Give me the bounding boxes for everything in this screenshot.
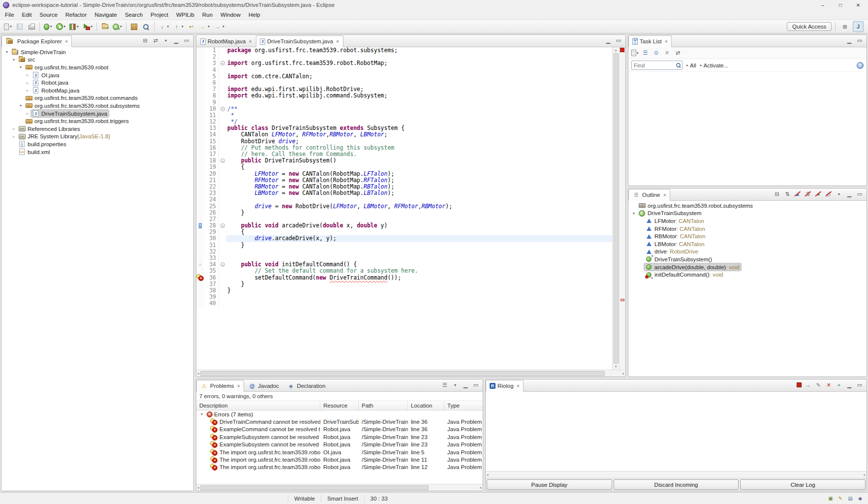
editor-vertical-scrollbar[interactable]: ▴ ▾ [612, 47, 619, 370]
menu-window[interactable]: Window [217, 11, 245, 19]
status-tray-icon-4[interactable]: ◆ [856, 495, 864, 503]
link-with-editor-button[interactable]: ⇄ [673, 48, 683, 58]
expand-arrow-icon[interactable]: ▹ [24, 88, 31, 93]
menu-source[interactable]: Source [35, 11, 61, 19]
package-explorer-item[interactable]: org.usfirst.frc.team3539.robot.commands [1, 94, 193, 102]
quick-access-button[interactable]: Quick Access [787, 22, 832, 31]
search-button[interactable] [141, 21, 152, 32]
declaration-tab[interactable]: ◈ Declaration [283, 380, 329, 392]
problems-group-row[interactable]: ▾Errors (7 items) [196, 410, 483, 418]
line-number[interactable]: 3 [204, 60, 218, 66]
resume-button[interactable]: → [803, 380, 813, 390]
menu-run[interactable]: Run [198, 11, 217, 19]
fold-collapse-icon[interactable] [220, 262, 225, 267]
code-text[interactable]: import edu.wpi.first.wpilibj.command.Sub… [226, 93, 612, 99]
line-number[interactable]: 40 [204, 300, 218, 307]
menu-edit[interactable]: Edit [18, 11, 36, 19]
expand-arrow-icon[interactable]: ▹ [24, 81, 31, 85]
scrollbar-thumb[interactable] [200, 371, 605, 376]
problem-row[interactable]: ExampleSubsystem cannot be resolved to a… [196, 441, 483, 448]
insert-mode-status[interactable]: Smart Insert [321, 495, 364, 503]
scheduled-button[interactable]: ⊙ [651, 48, 661, 58]
outline-tab[interactable]: ☰ Outline ✕ [628, 189, 670, 201]
task-list-tab[interactable]: Task List ✕ [628, 35, 672, 47]
code-text[interactable]: package org.usfirst.frc.team3539.robot.s… [226, 47, 612, 54]
package-explorer-item[interactable]: org.usfirst.frc.team3539.robot.triggers [1, 117, 193, 125]
line-number[interactable]: 20 [204, 171, 218, 177]
code-text[interactable]: /** [226, 106, 612, 112]
package-explorer-tab[interactable]: Package Explorer ✕ [1, 35, 72, 47]
editor-tab-drivetrainsubsystem[interactable]: J DriveTrainSubsystem.java ✕ [256, 35, 343, 47]
window-maximize-button[interactable]: □ [832, 0, 849, 10]
code-text[interactable]: import org.usfirst.frc.team3539.robot.Ro… [226, 60, 612, 66]
line-number[interactable]: 25 [204, 203, 218, 210]
riolog-tab[interactable]: R Riolog ✕ [486, 380, 524, 392]
close-icon[interactable]: ✕ [248, 39, 252, 44]
maximize-button[interactable]: ▭ [855, 35, 865, 45]
package-explorer-item[interactable]: ▾src [1, 56, 193, 64]
delete-button[interactable]: ✕ [662, 48, 672, 58]
expand-arrow-icon[interactable]: ▾ [17, 65, 24, 69]
pause-display-button[interactable]: Pause Display [487, 479, 612, 490]
outline-item[interactable]: LBMotor : CANTalon [628, 240, 867, 248]
package-explorer-item[interactable]: build.properties [1, 140, 193, 148]
package-explorer-item[interactable]: ▹Referenced Libraries [1, 125, 193, 133]
status-tray-icon-3[interactable]: ▤ [846, 495, 854, 503]
problem-row[interactable]: The import org.usfirst.frc.team3539.robo… [196, 456, 483, 463]
scrollbar-track[interactable] [200, 371, 622, 376]
new-java-class-button[interactable]: C+▾ [111, 21, 124, 32]
scrollbar-thumb[interactable] [614, 53, 619, 364]
outline-item[interactable]: RBMotor : CANTalon [628, 232, 867, 240]
disable-log-button[interactable]: ✎ [813, 380, 823, 390]
column-header-resource[interactable]: Resource [320, 401, 359, 410]
java-perspective-button[interactable]: J [853, 21, 864, 32]
scroll-up-icon[interactable]: ▴ [615, 48, 617, 52]
outline-item[interactable]: RFMotor : CANTalon [628, 225, 867, 233]
code-text[interactable]: } [226, 210, 612, 216]
previous-annotation-button[interactable]: ↑▾ [171, 21, 185, 32]
line-number[interactable]: 2 [204, 54, 218, 60]
overview-error-indicator[interactable] [620, 48, 624, 52]
menu-project[interactable]: Project [147, 11, 172, 19]
open-type-button[interactable] [129, 21, 140, 32]
minimize-button[interactable]: ▁ [844, 380, 854, 390]
code-text[interactable]: drive = new RobotDrive(LFMotor, LBMotor,… [226, 203, 612, 210]
package-explorer-item[interactable]: ▾org.usfirst.frc.team3539.robot.subsyste… [1, 102, 193, 110]
filters-button[interactable]: ☰ [440, 380, 450, 390]
close-icon[interactable]: ✕ [336, 39, 340, 44]
line-number[interactable]: 1 [204, 47, 218, 54]
scroll-left-icon[interactable]: ◂ [197, 486, 199, 490]
scrollbar-track[interactable] [490, 472, 863, 477]
fold-collapse-icon[interactable] [220, 223, 225, 228]
window-minimize-button[interactable]: – [814, 0, 832, 10]
scrollbar-thumb[interactable] [200, 485, 429, 490]
menu-file[interactable]: File [1, 11, 18, 19]
menu-navigate[interactable]: Navigate [91, 11, 121, 19]
code-text[interactable] [226, 249, 612, 255]
code-text[interactable] [226, 99, 612, 106]
minimize-button[interactable]: ▁ [603, 35, 613, 45]
run-external-tools-button[interactable]: ▾ [81, 21, 94, 32]
new-task-button[interactable]: ▾ [630, 49, 640, 57]
activate-link[interactable]: ▸ Activate... [700, 63, 729, 68]
package-explorer-item[interactable]: ▹JOI.java [1, 71, 193, 79]
expand-arrow-icon[interactable]: ▹ [10, 134, 17, 139]
scroll-left-icon[interactable]: ◂ [197, 372, 199, 376]
maximize-button[interactable]: ▭ [855, 380, 865, 390]
collapse-all-button[interactable]: ⊟ [772, 189, 782, 199]
clear-log-button[interactable]: Clear Log [740, 479, 866, 490]
status-tray-icon-1[interactable]: ▣ [827, 495, 835, 503]
code-editor[interactable]: 1package org.usfirst.frc.team3539.robot.… [196, 47, 612, 370]
outline-item[interactable]: LFMotor : CANTalon [628, 217, 867, 225]
view-menu-button[interactable]: ▼ [161, 35, 171, 45]
save-button[interactable] [14, 21, 25, 32]
line-number[interactable]: 14 [204, 131, 218, 138]
maximize-button[interactable]: ▭ [614, 35, 623, 45]
menu-wpilib[interactable]: WPILib [172, 11, 198, 19]
minimize-button[interactable]: ▁ [171, 35, 181, 45]
scroll-right-icon[interactable]: ▸ [864, 473, 866, 477]
problems-tab[interactable]: ⚠ Problems ✕ [196, 380, 244, 392]
package-explorer-item[interactable]: ▹JRobotMap.java [1, 87, 193, 94]
code-text[interactable]: import com.ctre.CANTalon; [226, 73, 612, 80]
line-number[interactable]: 24 [204, 196, 218, 203]
